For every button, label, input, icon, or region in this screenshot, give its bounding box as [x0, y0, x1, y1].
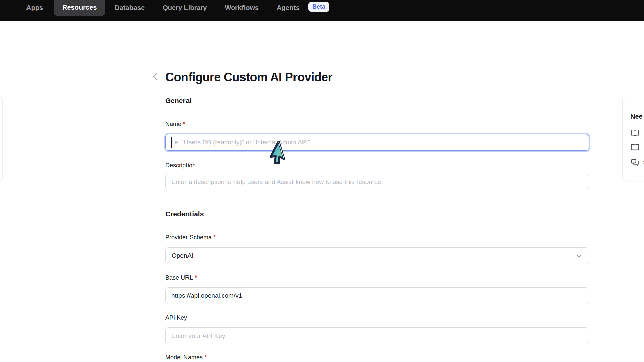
name-input-wrap [165, 134, 589, 151]
name-input[interactable] [165, 134, 589, 151]
text-caret [171, 137, 172, 148]
nav-item-apps[interactable]: Apps [26, 3, 43, 12]
provider-form: General Name* Description Credentials Pr… [165, 0, 589, 362]
required-asterisk: * [183, 121, 185, 127]
description-input[interactable] [165, 174, 589, 190]
help-link-docs[interactable] [630, 128, 644, 138]
required-asterisk: * [213, 234, 216, 241]
description-label: Description [165, 162, 196, 169]
nav-item-label: Database [115, 4, 145, 11]
chevron-down-icon [575, 252, 583, 261]
provider-schema-select[interactable]: OpenAI [165, 247, 589, 264]
help-panel: Nee S [622, 96, 644, 181]
api-key-input[interactable] [165, 327, 589, 344]
nav-item-label: Resources [62, 4, 97, 11]
model-names-label: Model Names* [165, 354, 207, 361]
required-asterisk: * [195, 274, 197, 281]
chat-bubbles-icon [630, 158, 640, 167]
section-heading-credentials: Credentials [165, 210, 204, 218]
base-url-input[interactable] [165, 287, 589, 304]
back-button[interactable] [150, 72, 160, 83]
open-book-icon [630, 128, 640, 138]
help-link-support[interactable]: S [630, 158, 644, 167]
section-heading-general: General [165, 97, 192, 105]
required-asterisk: * [204, 354, 207, 361]
base-url-label: Base URL* [165, 274, 197, 281]
help-panel-heading: Nee [630, 113, 644, 120]
open-book-icon [630, 143, 640, 153]
api-key-label: API Key [165, 314, 187, 321]
nav-item-database[interactable]: Database [115, 3, 145, 12]
left-card-edge [0, 96, 3, 181]
chevron-left-icon [153, 73, 157, 82]
help-link-guides[interactable] [630, 143, 644, 153]
nav-item-label: Apps [26, 4, 43, 11]
provider-schema-value: OpenAI [172, 252, 193, 259]
name-label: Name* [165, 121, 185, 128]
nav-item-resources[interactable]: Resources [54, 0, 105, 16]
provider-schema-label: Provider Schema* [165, 234, 216, 241]
